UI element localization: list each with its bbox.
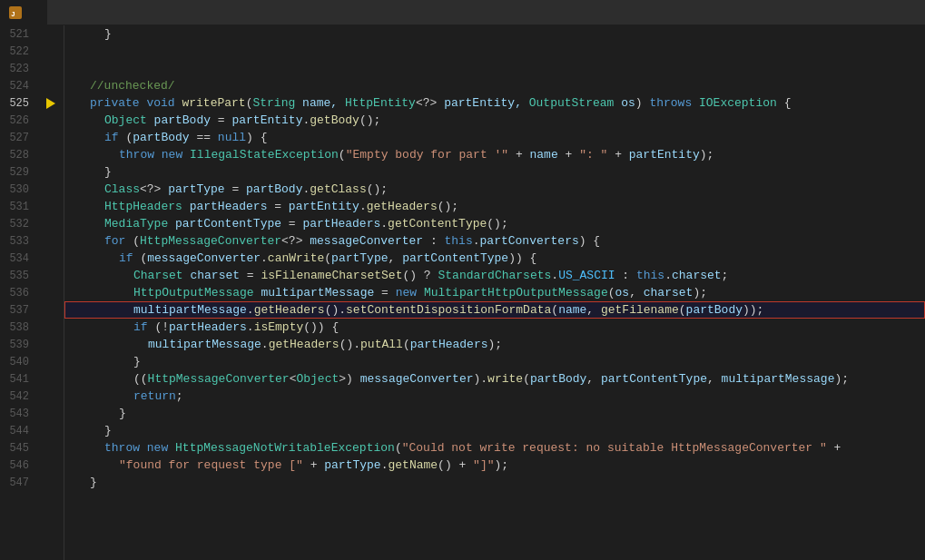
code-token: this	[445, 232, 473, 250]
gutter-row: 544	[0, 422, 64, 439]
code-token: .	[380, 215, 388, 232]
line-number: 521	[0, 28, 38, 41]
line-number: 531	[0, 201, 38, 213]
code-token: );	[700, 146, 714, 163]
code-token: partEntity	[629, 146, 700, 163]
gutter-row: 546	[0, 457, 64, 474]
code-token: .	[247, 319, 254, 336]
code-token: partHeaders	[302, 215, 380, 232]
code-token: <?>	[416, 94, 444, 112]
code-token: (	[395, 439, 402, 457]
gutter-row: 537	[0, 301, 64, 319]
gutter-row: 534	[0, 250, 64, 267]
gutter-row: 532	[0, 215, 64, 232]
code-token: (	[679, 301, 686, 319]
code-token: (	[324, 250, 331, 267]
code-token: charset	[190, 267, 240, 284]
line-number: 543	[0, 408, 38, 420]
line-number: 546	[0, 459, 38, 472]
java-file-icon: J	[9, 6, 22, 19]
code-token: name,	[302, 94, 345, 112]
code-token: () +	[438, 457, 473, 474]
code-token: }	[119, 405, 126, 422]
code-token: throws	[649, 94, 699, 112]
code-token: HttpOutputMessage	[133, 284, 261, 301]
code-token: partType	[324, 457, 380, 474]
code-token: multipartMessage	[261, 284, 374, 301]
line-number: 541	[0, 373, 38, 386]
code-token: <?>	[140, 181, 168, 198]
code-token: =	[211, 112, 231, 129]
code-line: }	[64, 422, 925, 439]
code-token: ().	[325, 301, 346, 319]
code-line: return;	[64, 388, 925, 405]
code-area[interactable]: }//unchecked/private void writePart(Stri…	[64, 25, 925, 560]
editor-window: J 52152252352452552652752852953053153253…	[0, 0, 925, 560]
code-token: os	[615, 284, 630, 301]
code-token: writePart	[182, 94, 245, 112]
code-line: HttpOutputMessage multipartMessage = new…	[64, 284, 925, 301]
code-token: "]"	[473, 457, 494, 474]
file-tab[interactable]: J	[0, 0, 48, 25]
gutter-row: 543	[0, 405, 64, 422]
line-number: 547	[0, 476, 38, 489]
code-token: new	[162, 146, 190, 163]
gutter-row: 540	[0, 353, 64, 370]
code-token: IOException	[699, 94, 777, 112]
code-line: if (messageConverter.canWrite(partType, …	[64, 250, 925, 267]
line-number: 538	[0, 321, 38, 334]
code-token: .	[359, 198, 367, 215]
gutter-row: 531	[0, 198, 64, 215]
code-token: partConverters	[480, 232, 579, 250]
line-number: 535	[0, 270, 38, 282]
gutter-row: 521	[0, 25, 64, 43]
code-token: putAll	[360, 336, 403, 353]
code-token: partEntity,	[444, 94, 529, 112]
code-line: }	[64, 405, 925, 422]
code-token: );	[488, 336, 503, 353]
code-token: void	[146, 94, 182, 112]
code-token: (	[125, 232, 140, 250]
code-token: US_ASCII	[558, 267, 615, 284]
code-token: ": "	[579, 146, 607, 163]
code-token: (	[246, 94, 253, 112]
code-token: OutputStream	[529, 94, 621, 112]
code-token: //unchecked/	[90, 77, 175, 94]
code-token: +	[303, 457, 324, 474]
code-token: getHeaders	[367, 198, 438, 215]
gutter-row: 542	[0, 388, 64, 405]
code-token: Object	[296, 370, 339, 388]
gutter-icons	[38, 98, 64, 109]
code-token: ,	[629, 284, 644, 301]
code-line: }	[64, 25, 925, 43]
code-token: ()) {	[303, 319, 339, 336]
code-token: <?>	[281, 232, 310, 250]
code-token: partType	[168, 181, 224, 198]
code-token: ,	[707, 370, 722, 388]
code-token: HttpMessageConverter	[140, 232, 281, 250]
code-token: :	[615, 267, 636, 284]
code-token: );	[495, 457, 509, 474]
gutter-row: 527	[0, 129, 64, 146]
gutter-row: 529	[0, 163, 64, 181]
code-token: }	[133, 353, 141, 370]
gutter-row: 522	[0, 43, 64, 60]
gutter-row: 533	[0, 232, 64, 250]
line-number: 527	[0, 132, 38, 144]
code-token: =	[281, 215, 302, 232]
code-token: null	[218, 129, 246, 146]
code-token: new	[396, 284, 424, 301]
line-number: 542	[0, 390, 38, 403]
code-line: throw new IllegalStateException("Empty b…	[64, 146, 925, 163]
code-token: multipartMessage	[148, 336, 261, 353]
code-token: getHeaders	[254, 301, 325, 319]
code-token: :	[423, 232, 444, 250]
code-token: getClass	[310, 181, 366, 198]
code-line: HttpHeaders partHeaders = partEntity.get…	[64, 198, 925, 215]
tab-close-button[interactable]	[33, 12, 38, 14]
code-line: //unchecked/	[64, 77, 925, 94]
code-token: .	[551, 267, 558, 284]
code-token: ;	[176, 388, 183, 405]
code-token: getName	[388, 457, 438, 474]
code-token: MultipartHttpOutputMessage	[424, 284, 608, 301]
